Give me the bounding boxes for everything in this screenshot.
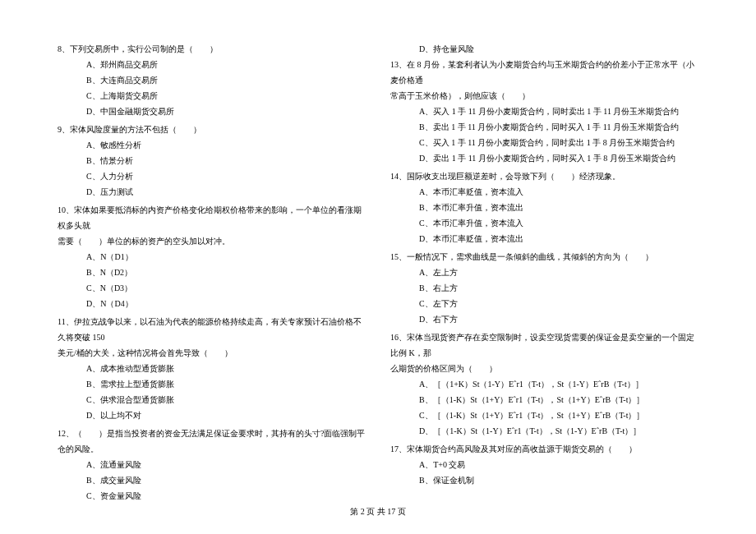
option-b: B、［（1-K）St（1+Y）Eˆr1（T-t），St（1+Y）EˆrB（T-t… xyxy=(390,392,698,407)
option-a: A、［（1+K）St（1-Y）Eˆr1（T-t），St（1-Y）EˆrB（T-t… xyxy=(390,376,698,392)
option-c: C、N（D3） xyxy=(58,280,366,296)
question-text-line1: 13、在 8 月份，某套利者认为小麦期货合约与玉米期货合约的价差小于正常水平（小… xyxy=(390,57,698,88)
question-text-line2: 常高于玉米价格），则他应该（ ） xyxy=(390,88,698,104)
option-a: A、本币汇率贬值，资本流入 xyxy=(390,184,698,200)
option-c: C、供求混合型通货膨胀 xyxy=(58,392,366,407)
question-15: 15、一般情况下，需求曲线是一条倾斜的曲线，其倾斜的方向为（ ） A、左上方 B… xyxy=(390,249,698,327)
question-17: 17、宋体期货合约高风险及其对应的高收益源于期货交易的（ ） A、T+0 交易 … xyxy=(390,441,698,488)
option-b: B、卖出 1 手 11 月份小麦期货合约，同时买入 1 手 11 月份玉米期货合… xyxy=(390,119,698,135)
option-d: D、N（D4） xyxy=(58,296,366,311)
option-c: C、本币汇率升值，资本流入 xyxy=(390,215,698,231)
question-text-line1: 11、伊拉克战争以来，以石油为代表的能源价格持续走高，有关专家预计石油价格不久将… xyxy=(58,314,366,345)
option-a: A、买入 1 手 11 月份小麦期货合约，同时卖出 1 手 11 月份玉米期货合… xyxy=(390,104,698,119)
document-content: 8、下列交易所中，实行公司制的是（ ） A、郑州商品交易所 B、大连商品交易所 … xyxy=(58,41,698,506)
option-d-q12: D、持仓量风险 xyxy=(390,41,698,57)
option-c: C、资金量风险 xyxy=(58,488,366,504)
question-12: 12、（ ）是指当投资者的资金无法满足保证金要求时，其持有的头寸?面临强制平仓的… xyxy=(58,426,366,504)
question-13: 13、在 8 月份，某套利者认为小麦期货合约与玉米期货合约的价差小于正常水平（小… xyxy=(390,57,698,166)
option-a: A、T+0 交易 xyxy=(390,457,698,472)
option-c: C、上海期货交易所 xyxy=(58,88,366,104)
option-c: C、人力分析 xyxy=(58,168,366,184)
question-14: 14、国际收支出现巨额逆差时，会导致下列（ ）经济现象。 A、本币汇率贬值，资本… xyxy=(390,168,698,246)
question-text-line2: 需要（ ）单位的标的资产的空头加以对冲。 xyxy=(58,233,366,249)
question-text: 15、一般情况下，需求曲线是一条倾斜的曲线，其倾斜的方向为（ ） xyxy=(390,249,698,265)
option-d: D、卖出 1 手 11 月份小麦期货合约，同时买入 1 手 8 月份玉米期货合约 xyxy=(390,150,698,166)
option-b: B、N（D2） xyxy=(58,265,366,280)
option-d: D、右下方 xyxy=(390,311,698,327)
page-footer: 第 2 页 共 17 页 xyxy=(0,506,756,518)
question-11: 11、伊拉克战争以来，以石油为代表的能源价格持续走高，有关专家预计石油价格不久将… xyxy=(58,314,366,423)
option-b: B、大连商品交易所 xyxy=(58,72,366,88)
question-text: 9、宋体风险度量的方法不包括（ ） xyxy=(58,122,366,137)
option-d: D、以上均不对 xyxy=(58,407,366,423)
question-text-line2: 美元/桶的大关，这种情况将会首先导致（ ） xyxy=(58,345,366,361)
question-10: 10、宋体如果要抵消标的内资产价格变化给期权价格带来的影响，一个单位的看涨期权多… xyxy=(58,202,366,311)
question-text: 12、（ ）是指当投资者的资金无法满足保证金要求时，其持有的头寸?面临强制平仓的… xyxy=(58,426,366,457)
question-text-line1: 10、宋体如果要抵消标的内资产价格变化给期权价格带来的影响，一个单位的看涨期权多… xyxy=(58,202,366,233)
option-b: B、右上方 xyxy=(390,280,698,296)
option-a: A、郑州商品交易所 xyxy=(58,57,366,72)
right-column: D、持仓量风险 13、在 8 月份，某套利者认为小麦期货合约与玉米期货合约的价差… xyxy=(390,41,698,506)
option-b: B、需求拉上型通货膨胀 xyxy=(58,376,366,392)
option-d: D、中国金融期货交易所 xyxy=(58,104,366,119)
option-b: B、保证金机制 xyxy=(390,472,698,488)
question-text: 8、下列交易所中，实行公司制的是（ ） xyxy=(58,41,366,57)
option-c: C、［（1-K）St（1+Y）Eˆr1（T-t），St（1+Y）EˆrB（T-t… xyxy=(390,407,698,423)
option-d: D、压力测试 xyxy=(58,184,366,200)
option-d: D、［（1-K）St（1-Y）Eˆr1（T-t），St（1-Y）EˆrB（T-t… xyxy=(390,423,698,439)
option-d: D、本币汇率贬值，资本流出 xyxy=(390,231,698,246)
option-b: B、情景分析 xyxy=(58,153,366,168)
option-b: B、本币汇率升值，资本流出 xyxy=(390,200,698,215)
option-c: C、买入 1 手 11 月份小麦期货合约，同时卖出 1 手 8 月份玉米期货合约 xyxy=(390,135,698,150)
question-text-line1: 16、宋体当现货资产存在卖空限制时，设卖空现货需要的保证金是卖空量的一个固定比例… xyxy=(390,329,698,361)
question-16: 16、宋体当现货资产存在卖空限制时，设卖空现货需要的保证金是卖空量的一个固定比例… xyxy=(390,329,698,439)
option-b: B、成交量风险 xyxy=(58,472,366,488)
question-8: 8、下列交易所中，实行公司制的是（ ） A、郑州商品交易所 B、大连商品交易所 … xyxy=(58,41,366,119)
question-text-line2: 么期货的价格区间为（ ） xyxy=(390,361,698,376)
option-a: A、左上方 xyxy=(390,265,698,280)
question-text: 17、宋体期货合约高风险及其对应的高收益源于期货交易的（ ） xyxy=(390,441,698,457)
option-a: A、流通量风险 xyxy=(58,457,366,472)
left-column: 8、下列交易所中，实行公司制的是（ ） A、郑州商品交易所 B、大连商品交易所 … xyxy=(58,41,366,506)
question-text: 14、国际收支出现巨额逆差时，会导致下列（ ）经济现象。 xyxy=(390,168,698,184)
question-9: 9、宋体风险度量的方法不包括（ ） A、敏感性分析 B、情景分析 C、人力分析 … xyxy=(58,122,366,200)
option-a: A、成本推动型通货膨胀 xyxy=(58,361,366,376)
option-a: A、N（D1） xyxy=(58,249,366,265)
option-c: C、左下方 xyxy=(390,296,698,311)
option-a: A、敏感性分析 xyxy=(58,137,366,153)
